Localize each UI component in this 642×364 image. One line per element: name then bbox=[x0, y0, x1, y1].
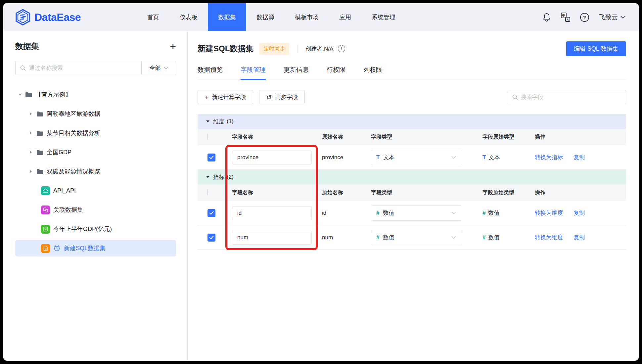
tab-data-preview[interactable]: 数据预览 bbox=[198, 66, 223, 80]
nav-item-application[interactable]: 应用 bbox=[329, 3, 361, 31]
caret-down-icon bbox=[206, 120, 209, 122]
numeric-type-icon: # bbox=[376, 234, 379, 241]
field-type-select[interactable]: # 数值 bbox=[371, 205, 461, 221]
sidebar-filter-dropdown[interactable]: 全部 bbox=[141, 61, 176, 75]
numeric-type-icon: # bbox=[482, 234, 485, 241]
tree-dataset-new-sql[interactable]: 新建SQL数据集 bbox=[15, 240, 176, 256]
field-search-box bbox=[508, 90, 626, 104]
tree-dataset-union[interactable]: 关联数据集 bbox=[15, 202, 176, 218]
timed-sync-alarm-icon bbox=[53, 245, 61, 252]
caret-right-icon[interactable] bbox=[30, 112, 36, 115]
field-table: 维度 (1) 字段名称 原始名称 字段类型 字段原始类型 操作 bbox=[198, 114, 626, 250]
tab-column-permission[interactable]: 列权限 bbox=[363, 66, 382, 80]
sql-dataset-icon bbox=[41, 244, 50, 253]
tree-folder-carbon-energy[interactable]: 双碳及能源情况概览 bbox=[15, 163, 176, 180]
convert-to-dimension-link[interactable]: 转换为维度 bbox=[535, 209, 563, 217]
tab-update-info[interactable]: 更新信息 bbox=[284, 66, 309, 80]
select-all-checkbox[interactable] bbox=[207, 189, 208, 196]
tree-folder-program-analysis[interactable]: 某节目相关数据分析 bbox=[15, 125, 176, 141]
column-header: 字段类型 bbox=[371, 134, 482, 141]
field-name-input[interactable] bbox=[232, 231, 312, 245]
search-icon bbox=[20, 65, 26, 71]
select-all-checkbox[interactable] bbox=[207, 134, 208, 140]
screenshot-frame: DataEase 首页 仪表板 数据集 数据源 模板市场 应用 系统管理 bbox=[0, 0, 642, 364]
column-header: 字段类型 bbox=[371, 189, 482, 196]
info-icon[interactable]: ! bbox=[338, 45, 345, 52]
nav-item-system-management[interactable]: 系统管理 bbox=[361, 3, 406, 31]
add-dataset-button[interactable]: + bbox=[170, 42, 176, 51]
dataset-detail-panel: 新建SQL数据集 定时同步 创建者:N/A ! 编辑 SQL 数据集 数据预览 … bbox=[188, 31, 639, 361]
creator-label: 创建者:N/A bbox=[305, 45, 333, 53]
text-type-icon: T bbox=[482, 154, 486, 161]
new-calc-field-button[interactable]: + 新建计算字段 bbox=[198, 90, 253, 104]
copy-link[interactable]: 复制 bbox=[573, 154, 585, 161]
column-header: 字段名称 bbox=[232, 134, 322, 141]
tab-field-management[interactable]: 字段管理 bbox=[241, 66, 266, 80]
folder-icon bbox=[36, 169, 43, 174]
tab-row-permission[interactable]: 行权限 bbox=[327, 66, 345, 80]
refresh-icon: ↺ bbox=[266, 94, 272, 101]
chevron-down-icon bbox=[451, 156, 456, 159]
table-header-dimension: 字段名称 原始名称 字段类型 字段原始类型 操作 bbox=[198, 129, 626, 145]
row-checkbox[interactable] bbox=[207, 154, 215, 161]
plus-icon: + bbox=[205, 94, 209, 101]
tree-dataset-api-api[interactable]: API_API bbox=[15, 182, 176, 199]
edit-sql-dataset-button[interactable]: 编辑 SQL 数据集 bbox=[566, 41, 626, 56]
section-header-dimension[interactable]: 维度 (1) bbox=[198, 114, 626, 129]
caret-right-icon[interactable] bbox=[30, 131, 36, 135]
field-type-select[interactable]: # 数值 bbox=[371, 230, 461, 245]
row-checkbox[interactable] bbox=[207, 209, 215, 217]
caret-down-icon[interactable] bbox=[19, 94, 25, 96]
tree-folder-altay-tourism[interactable]: 阿勒泰地区旅游数据 bbox=[15, 106, 176, 122]
column-header: 原始名称 bbox=[322, 134, 371, 141]
field-type-select[interactable]: T 文本 bbox=[371, 150, 461, 165]
nav-item-dashboard[interactable]: 仪表板 bbox=[169, 3, 208, 31]
timed-sync-badge: 定时同步 bbox=[259, 43, 289, 55]
tree-folder-national-gdp[interactable]: 全国GDP bbox=[15, 144, 176, 160]
brand-logo[interactable]: DataEase bbox=[15, 9, 81, 25]
sidebar-search-input[interactable] bbox=[29, 65, 137, 71]
copy-link[interactable]: 复制 bbox=[573, 234, 585, 241]
nav-item-dataset[interactable]: 数据集 bbox=[208, 3, 246, 31]
caret-right-icon[interactable] bbox=[30, 151, 36, 154]
row-checkbox[interactable] bbox=[207, 234, 215, 242]
nav-item-home[interactable]: 首页 bbox=[137, 3, 169, 31]
field-search-input[interactable] bbox=[521, 94, 621, 101]
user-menu[interactable]: 飞致云 bbox=[599, 13, 625, 22]
help-icon[interactable]: ? bbox=[580, 13, 589, 22]
chevron-down-icon bbox=[164, 67, 168, 69]
row-id: id # 数值 # 数值 bbox=[198, 201, 626, 225]
numeric-type-icon: # bbox=[376, 210, 379, 216]
nav-item-template-market[interactable]: 模板市场 bbox=[285, 3, 329, 31]
column-header: 原始名称 bbox=[322, 189, 371, 196]
convert-to-metric-link[interactable]: 转换为指标 bbox=[535, 154, 563, 161]
dataease-app: DataEase 首页 仪表板 数据集 数据源 模板市场 应用 系统管理 bbox=[3, 3, 639, 361]
search-icon bbox=[512, 94, 518, 100]
sidebar-title: 数据集 bbox=[15, 41, 39, 52]
brand-name: DataEase bbox=[34, 11, 81, 23]
translate-icon[interactable]: 中 A bbox=[561, 13, 570, 22]
nav-item-datasource[interactable]: 数据源 bbox=[246, 3, 285, 31]
convert-to-dimension-link[interactable]: 转换为维度 bbox=[535, 234, 563, 241]
table-header-metric: 字段名称 原始名称 字段类型 字段原始类型 操作 bbox=[198, 184, 626, 201]
column-header: 字段原始类型 bbox=[482, 134, 535, 141]
dataset-tree: 【官方示例】 阿勒泰地区旅游数据 某节目相关数据分析 bbox=[15, 86, 176, 256]
tree-dataset-halfyear-gdp[interactable]: 今年上半年GDP(亿元) bbox=[15, 221, 176, 237]
field-name-input[interactable] bbox=[232, 151, 312, 164]
field-name-input[interactable] bbox=[232, 206, 312, 220]
folder-icon bbox=[36, 111, 43, 117]
page-title: 新建SQL数据集 bbox=[198, 43, 253, 54]
copy-link[interactable]: 复制 bbox=[573, 209, 585, 217]
union-dataset-icon bbox=[41, 205, 50, 214]
sidebar-search-control: 全部 bbox=[15, 61, 176, 75]
bell-icon[interactable] bbox=[542, 13, 551, 22]
caret-right-icon[interactable] bbox=[30, 170, 36, 173]
folder-icon bbox=[36, 150, 43, 155]
caret-down-icon bbox=[206, 176, 209, 178]
tree-folder-official-examples[interactable]: 【官方示例】 bbox=[15, 86, 176, 103]
sync-fields-button[interactable]: ↺ 同步字段 bbox=[259, 90, 305, 104]
origin-type: 文本 bbox=[488, 154, 500, 161]
origin-name: id bbox=[322, 210, 371, 216]
excel-dataset-icon bbox=[41, 225, 50, 234]
section-header-metric[interactable]: 指标 (2) bbox=[198, 170, 626, 184]
